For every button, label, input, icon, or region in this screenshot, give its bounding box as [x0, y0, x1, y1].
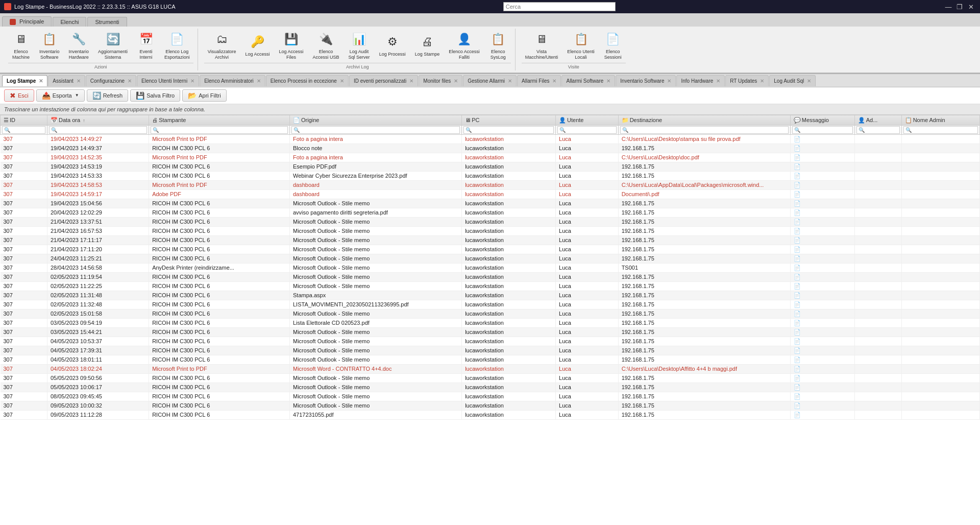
tab-rt-updates-close[interactable]: ✕ — [760, 78, 764, 84]
btn-visualizzatore[interactable]: 🗂 VisualizzatoreArchivi — [204, 29, 240, 63]
col-header-data-ora[interactable]: 📅Data ora ↑ — [47, 115, 149, 125]
btn-log-accessi-files[interactable]: 💾 Log AccessiFiles — [276, 29, 307, 63]
table-row[interactable]: 30709/05/2023 10:00:32RICOH IM C300 PCL … — [1, 401, 980, 410]
btn-aggiornamenti[interactable]: 🔄 AggiornamentiSistema — [94, 29, 131, 63]
table-row[interactable]: 30709/05/2023 11:12:28RICOH IM C300 PCL … — [1, 410, 980, 419]
filter-origine[interactable] — [290, 125, 462, 134]
open-filters-button[interactable]: 📂 Apri Filtri — [182, 89, 226, 102]
table-row[interactable]: 30702/05/2023 11:31:48RICOH IM C300 PCL … — [1, 291, 980, 300]
btn-elenco-utenti-locali[interactable]: 📋 Elenco UtentiLocali — [564, 29, 598, 63]
btn-log-processi[interactable]: ⚙ Log Processi — [376, 31, 409, 60]
table-row[interactable]: 30719/04/2023 14:59:17Adobe PDFdashboard… — [1, 189, 980, 199]
btn-vista-macchine[interactable]: 🖥 VistaMacchine/Utenti — [522, 29, 562, 63]
tab-elenco-amministratori-close[interactable]: ✕ — [257, 78, 261, 84]
filter-id-input[interactable] — [2, 126, 45, 134]
btn-inventario-software[interactable]: 📋 InventarioSoftware — [36, 29, 63, 63]
table-row[interactable]: 30708/05/2023 09:45:45RICOH IM C300 PCL … — [1, 392, 980, 401]
table-row[interactable]: 30721/04/2023 16:57:53RICOH IM C300 PCL … — [1, 226, 980, 235]
btn-elenco-accessi-falliti[interactable]: 👤 Elenco AccessiFalliti — [445, 29, 483, 63]
filter-msg[interactable] — [790, 125, 854, 134]
table-row[interactable]: 30704/05/2023 10:53:37RICOH IM C300 PCL … — [1, 337, 980, 346]
tab-monitor-files-close[interactable]: ✕ — [454, 78, 458, 84]
filter-ad-input[interactable] — [856, 126, 900, 134]
tab-assistant-close[interactable]: ✕ — [77, 78, 81, 84]
filter-data[interactable] — [47, 125, 149, 134]
col-header-origine[interactable]: 📄Origine — [290, 115, 462, 125]
filter-stampante[interactable] — [149, 125, 290, 134]
table-row[interactable]: 30719/04/2023 14:49:27Microsoft Print to… — [1, 134, 980, 144]
col-header-stampante[interactable]: 🖨Stampante — [149, 115, 290, 125]
table-row[interactable]: 30702/05/2023 11:22:25RICOH IM C300 PCL … — [1, 281, 980, 291]
col-header-messaggio[interactable]: 💬Messaggio — [790, 115, 854, 125]
tab-inventario-software-close[interactable]: ✕ — [667, 78, 671, 84]
tab-id-eventi-close[interactable]: ✕ — [409, 78, 413, 84]
filter-pc[interactable] — [462, 125, 556, 134]
table-row[interactable]: 30703/05/2023 15:44:21RICOH IM C300 PCL … — [1, 327, 980, 337]
col-header-ad[interactable]: 👤Ad... — [854, 115, 901, 125]
refresh-button[interactable]: 🔄 Refresh — [87, 89, 129, 102]
filter-data-input[interactable] — [49, 126, 147, 134]
maximize-button[interactable]: ❐ — [954, 2, 965, 12]
btn-elenco-accessi-usb[interactable]: 🔌 ElencoAccessi USB — [309, 29, 343, 63]
tab-allarmi-files[interactable]: Allarmi Files ✕ — [517, 75, 561, 86]
export-button[interactable]: 📤 Esporta ▼ — [36, 89, 85, 102]
col-header-utente[interactable]: 👤Utente — [556, 115, 619, 125]
btn-elenco-sessioni[interactable]: 📄 ElencoSessioni — [600, 29, 626, 63]
table-row[interactable]: 30720/04/2023 12:02:29RICOH IM C300 PCL … — [1, 208, 980, 217]
col-header-nome-admin[interactable]: 📋Nome Admin — [901, 115, 979, 125]
tab-elenco-processi-close[interactable]: ✕ — [340, 78, 344, 84]
save-filter-button[interactable]: 💾 Salva Filtro — [130, 89, 180, 102]
table-row[interactable]: 30704/05/2023 18:01:11RICOH IM C300 PCL … — [1, 355, 980, 364]
col-header-id[interactable]: ☰ID — [1, 115, 47, 125]
filter-pc-input[interactable] — [463, 126, 554, 134]
table-row[interactable]: 30703/05/2023 09:54:19RICOH IM C300 PCL … — [1, 318, 980, 327]
btn-log-audit[interactable]: 📊 Log AuditSql Server — [345, 29, 374, 63]
filter-msg-input[interactable] — [792, 126, 853, 134]
tab-elenco-amministratori[interactable]: Elenco Amministratori ✕ — [200, 75, 265, 86]
table-row[interactable]: 30728/04/2023 14:56:58AnyDesk Printer (r… — [1, 263, 980, 272]
filter-admin-input[interactable] — [903, 126, 978, 134]
search-input[interactable] — [506, 4, 613, 10]
tab-allarmi-software-close[interactable]: ✕ — [606, 78, 610, 84]
table-row[interactable]: 30719/04/2023 14:49:37RICOH IM C300 PCL … — [1, 144, 980, 153]
table-row[interactable]: 30721/04/2023 17:11:17RICOH IM C300 PCL … — [1, 235, 980, 245]
btn-inventario-hardware[interactable]: 🔧 InventarioHardware — [65, 29, 93, 63]
search-box[interactable] — [503, 2, 616, 11]
filter-id[interactable] — [1, 125, 47, 134]
table-row[interactable]: 30721/04/2023 13:37:51RICOH IM C300 PCL … — [1, 217, 980, 226]
table-row[interactable]: 30719/04/2023 14:58:53Microsoft Print to… — [1, 180, 980, 189]
tab-elenco-utenti-interni-close[interactable]: ✕ — [190, 78, 194, 84]
tab-allarmi-files-close[interactable]: ✕ — [552, 78, 556, 84]
btn-elenco-syslog[interactable]: 📋 ElencoSysLog — [485, 29, 511, 63]
table-row[interactable]: 30719/04/2023 14:52:35Microsoft Print to… — [1, 153, 980, 162]
tab-inventario-software[interactable]: Inventario Software ✕ — [616, 75, 676, 86]
btn-elenco-log[interactable]: 📄 Elenco LogEsportazioni — [161, 29, 193, 63]
table-row[interactable]: 30719/04/2023 14:53:19RICOH IM C300 PCL … — [1, 162, 980, 171]
tab-configurazione-close[interactable]: ✕ — [128, 78, 132, 84]
table-row[interactable]: 30702/05/2023 15:01:58RICOH IM C300 PCL … — [1, 309, 980, 318]
tab-log-stampe-close[interactable]: ✕ — [39, 78, 43, 84]
btn-elenco-machine[interactable]: 🖥 ElencoMachine — [8, 29, 34, 63]
btn-log-stampe[interactable]: 🖨 Log Stampe — [411, 31, 444, 60]
table-row[interactable]: 30724/04/2023 11:25:21RICOH IM C300 PCL … — [1, 254, 980, 263]
tab-id-eventi[interactable]: ID eventi personalizzati ✕ — [349, 75, 418, 86]
tab-allarmi-software[interactable]: Allarmi Software ✕ — [561, 75, 615, 86]
table-row[interactable]: 30702/05/2023 11:32:48RICOH IM C300 PCL … — [1, 300, 980, 309]
tab-monitor-files[interactable]: Monitor files ✕ — [419, 75, 462, 86]
tab-gestione-allarmi[interactable]: Gestione Allarmi ✕ — [463, 75, 517, 86]
filter-stampante-input[interactable] — [151, 126, 288, 134]
filter-utente[interactable] — [556, 125, 619, 134]
table-row[interactable]: 30719/04/2023 15:04:56RICOH IM C300 PCL … — [1, 199, 980, 208]
table-row[interactable]: 30705/05/2023 09:50:56RICOH IM C300 PCL … — [1, 373, 980, 383]
tab-info-hardware[interactable]: Info Hardware ✕ — [676, 75, 725, 86]
filter-dest-input[interactable] — [620, 126, 789, 134]
col-header-destinazione[interactable]: 📁Destinazione — [618, 115, 790, 125]
table-row[interactable]: 30704/05/2023 18:02:24Microsoft Print to… — [1, 364, 980, 373]
tab-gestione-allarmi-close[interactable]: ✕ — [508, 78, 512, 84]
btn-log-accessi[interactable]: 🔑 Log Accessi — [242, 31, 274, 60]
close-button[interactable]: ✕ — [966, 2, 976, 12]
tab-configurazione[interactable]: Configurazione ✕ — [86, 75, 136, 86]
minimize-button[interactable]: — — [943, 2, 953, 12]
tab-log-stampe[interactable]: Log Stampe ✕ — [2, 75, 47, 86]
table-row[interactable]: 30719/04/2023 14:53:33RICOH IM C300 PCL … — [1, 171, 980, 180]
